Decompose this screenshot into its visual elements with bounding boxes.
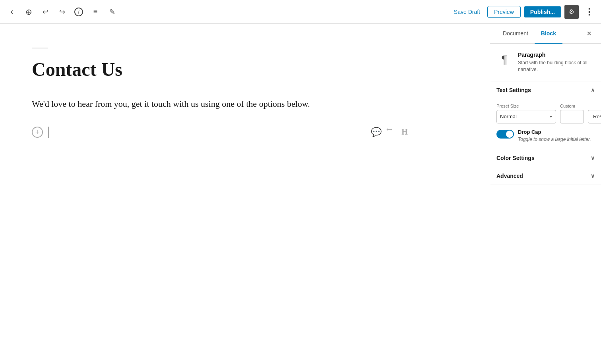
info-icon: i bbox=[74, 8, 83, 16]
expand-icon[interactable]: ⤢ bbox=[382, 124, 398, 140]
pilcrow-icon: ¶ bbox=[501, 53, 507, 66]
toggle-slider bbox=[496, 130, 514, 139]
preset-size-label: Preset Size bbox=[496, 104, 556, 108]
drop-cap-description: Toggle to show a large initial letter. bbox=[518, 136, 591, 143]
edit-icon: ✎ bbox=[109, 8, 115, 16]
edit-button[interactable]: ✎ bbox=[105, 5, 119, 19]
more-options-button[interactable]: ⋮ bbox=[582, 5, 596, 19]
add-icon: ⊕ bbox=[25, 7, 32, 17]
paragraph-icon: ¶ bbox=[496, 52, 512, 67]
redo-button[interactable]: ↪ bbox=[55, 5, 69, 19]
heading-icon[interactable]: H bbox=[399, 127, 410, 138]
color-settings-section: Color Settings ∨ bbox=[490, 149, 601, 167]
sidebar-tabs: Document Block × bbox=[490, 24, 601, 44]
advanced-label: Advanced bbox=[496, 173, 523, 179]
plus-icon: + bbox=[35, 129, 40, 136]
save-draft-button[interactable]: Save Draft bbox=[450, 6, 484, 17]
more-icon: ⋮ bbox=[585, 7, 593, 17]
block-info-text: Paragraph Start with the building block … bbox=[518, 52, 595, 73]
advanced-chevron: ∨ bbox=[591, 173, 595, 179]
text-settings-content: Preset Size Normal Small Medium Large Hu… bbox=[490, 99, 601, 149]
text-settings-chevron: ∧ bbox=[591, 87, 595, 93]
add-block-toolbar-button[interactable]: ⊕ bbox=[21, 5, 36, 19]
info-button[interactable]: i bbox=[72, 5, 86, 19]
undo-button[interactable]: ↩ bbox=[38, 5, 52, 19]
chat-icon[interactable]: 💬 bbox=[370, 127, 382, 138]
preset-size-group: Preset Size Normal Small Medium Large Hu… bbox=[496, 104, 556, 123]
editor-paragraph[interactable]: We'd love to hear from you, get it touch… bbox=[32, 97, 458, 111]
block-tools: 💬 ⤢ H bbox=[370, 127, 410, 138]
toolbar-right: Save Draft Preview Publish... ⚙ ⋮ bbox=[450, 5, 596, 19]
toolbar: ‹ ⊕ ↩ ↪ i ≡ ✎ Save Draft Preview Publish… bbox=[0, 0, 601, 24]
reset-button[interactable]: Reset bbox=[588, 110, 601, 123]
tab-block[interactable]: Block bbox=[535, 24, 562, 44]
block-name: Paragraph bbox=[518, 52, 595, 58]
publish-button[interactable]: Publish... bbox=[524, 6, 561, 17]
editor-area[interactable]: Contact Us We'd love to hear from you, g… bbox=[0, 24, 490, 364]
text-settings-section: Text Settings ∧ Preset Size Normal Small… bbox=[490, 81, 601, 150]
empty-block[interactable]: + 💬 ⤢ H bbox=[32, 123, 458, 141]
back-icon: ‹ bbox=[10, 7, 13, 17]
list-view-button[interactable]: ≡ bbox=[88, 5, 103, 19]
settings-button[interactable]: ⚙ bbox=[564, 5, 579, 19]
block-info: ¶ Paragraph Start with the building bloc… bbox=[490, 44, 601, 81]
preset-custom-row: Preset Size Normal Small Medium Large Hu… bbox=[496, 104, 595, 123]
list-icon: ≡ bbox=[93, 8, 98, 16]
sidebar: Document Block × ¶ Paragraph Start with … bbox=[490, 24, 601, 364]
color-settings-chevron: ∨ bbox=[591, 155, 595, 161]
preview-button[interactable]: Preview bbox=[487, 6, 521, 18]
undo-icon: ↩ bbox=[43, 8, 48, 16]
preset-size-select[interactable]: Normal Small Medium Large Huge bbox=[496, 110, 556, 123]
advanced-header[interactable]: Advanced ∨ bbox=[490, 167, 601, 185]
drop-cap-info: Drop Cap Toggle to show a large initial … bbox=[518, 129, 591, 143]
redo-icon: ↪ bbox=[59, 8, 65, 16]
page-heading[interactable]: Contact Us bbox=[32, 58, 458, 81]
block-description: Start with the building block of all nar… bbox=[518, 60, 595, 73]
color-settings-label: Color Settings bbox=[496, 155, 535, 161]
custom-label: Custom bbox=[560, 104, 584, 108]
text-cursor bbox=[48, 127, 48, 138]
back-button[interactable]: ‹ bbox=[5, 5, 19, 19]
drop-cap-label: Drop Cap bbox=[518, 129, 591, 135]
settings-icon: ⚙ bbox=[569, 8, 574, 15]
custom-size-group: Custom bbox=[560, 104, 584, 123]
drop-cap-row: Drop Cap Toggle to show a large initial … bbox=[496, 129, 595, 143]
text-settings-header[interactable]: Text Settings ∧ bbox=[490, 81, 601, 99]
color-settings-header[interactable]: Color Settings ∨ bbox=[490, 149, 601, 167]
custom-size-input[interactable] bbox=[560, 110, 584, 123]
editor-separator bbox=[32, 48, 48, 48]
text-settings-label: Text Settings bbox=[496, 87, 531, 93]
drop-cap-toggle[interactable] bbox=[496, 130, 514, 139]
main-layout: Contact Us We'd love to hear from you, g… bbox=[0, 24, 601, 364]
advanced-section: Advanced ∨ bbox=[490, 167, 601, 185]
tab-document[interactable]: Document bbox=[496, 24, 535, 44]
sidebar-close-button[interactable]: × bbox=[584, 28, 595, 39]
add-block-button[interactable]: + bbox=[32, 127, 43, 138]
toolbar-left: ‹ ⊕ ↩ ↪ i ≡ ✎ bbox=[5, 5, 450, 19]
